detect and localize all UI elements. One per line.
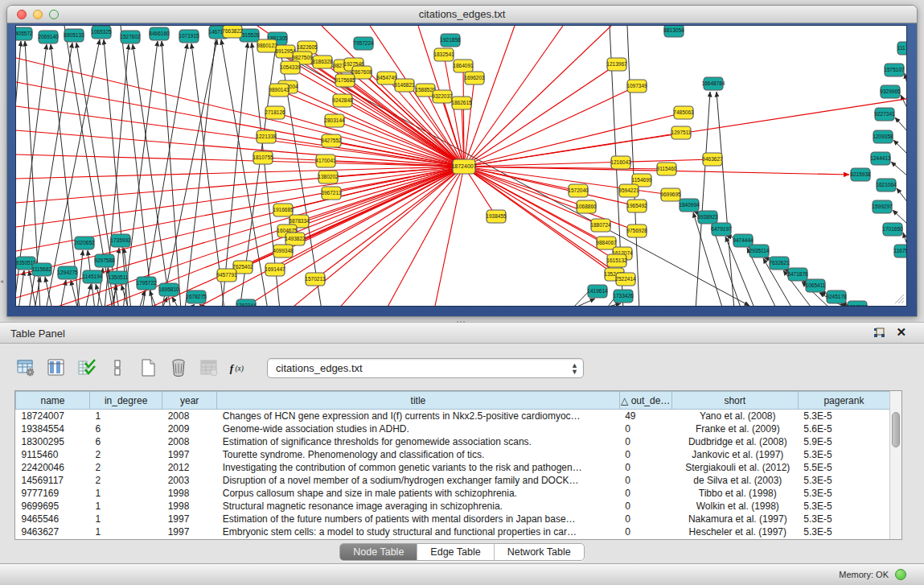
collapse-handle-icon[interactable]: ◂ bbox=[0, 278, 6, 286]
graph-node-label: 1350511 bbox=[109, 274, 129, 280]
table-scrollbar[interactable] bbox=[889, 391, 901, 539]
citation-edge-red[interactable] bbox=[275, 113, 464, 167]
graph-node-label: 18724007 bbox=[451, 163, 476, 169]
table-row[interactable]: 969969511998Structural magnetic resonanc… bbox=[16, 500, 890, 513]
window-titlebar[interactable]: citations_edges.txt bbox=[7, 6, 917, 23]
table-cell: 2 bbox=[90, 474, 162, 487]
table-cell: 18724007 bbox=[16, 410, 90, 422]
float-panel-icon[interactable] bbox=[873, 328, 885, 339]
citation-edge-red[interactable] bbox=[464, 64, 617, 167]
citation-edge[interactable] bbox=[891, 162, 907, 176]
graph-node-label: 1167534 bbox=[894, 248, 907, 253]
graph-node-label: 9474444 bbox=[733, 237, 754, 243]
graph-node-label: 9890143 bbox=[269, 87, 290, 93]
table-row[interactable]: 977716911998Corpus callosum shape and si… bbox=[16, 487, 890, 500]
canvas-resize-grip[interactable] bbox=[893, 293, 905, 304]
citation-edge-red[interactable] bbox=[464, 86, 637, 167]
citation-edge[interactable] bbox=[18, 270, 24, 307]
table-row[interactable]: 946362711997Embryonic stem cells: a mode… bbox=[16, 525, 890, 538]
table-cell: Estimation of significance thresholds fo… bbox=[217, 435, 619, 448]
citation-edge[interactable] bbox=[717, 92, 734, 307]
column-header-year[interactable]: year bbox=[162, 392, 217, 410]
table-row[interactable]: 2242004622012Investigating the contribut… bbox=[16, 461, 890, 474]
column-header-name[interactable]: name bbox=[16, 392, 90, 410]
graph-node-label: 2803144 bbox=[324, 117, 345, 123]
graph-node-label: 9699695 bbox=[660, 192, 681, 197]
citation-edge[interactable] bbox=[901, 95, 907, 109]
table-cell: Genome-wide association studies in ADHD. bbox=[217, 422, 619, 435]
citation-edge-red[interactable] bbox=[16, 167, 464, 179]
column-header-short[interactable]: short bbox=[671, 392, 798, 410]
citation-network-graph[interactable]: 2405572206914089051331065325152760284661… bbox=[16, 26, 907, 307]
tab-edge-table[interactable]: Edge Table bbox=[417, 544, 494, 560]
citation-edge[interactable] bbox=[893, 210, 907, 225]
table-row[interactable]: 946554611997Estimation of the future num… bbox=[16, 513, 890, 525]
citation-edge[interactable] bbox=[172, 297, 179, 307]
scrollbar-thumb[interactable] bbox=[892, 412, 900, 447]
citation-edge[interactable] bbox=[189, 304, 195, 307]
graph-node-label: 1696203 bbox=[464, 75, 485, 80]
close-panel-icon[interactable]: ✕ bbox=[896, 325, 906, 340]
column-header-in_degree[interactable]: in_degree bbox=[90, 392, 162, 410]
citation-edge-red[interactable] bbox=[464, 113, 684, 167]
graph-node-label: 8813054 bbox=[663, 27, 684, 33]
panel-resize-handle[interactable] bbox=[454, 319, 467, 325]
table-cell: 0 bbox=[619, 448, 671, 461]
column-header-pagerank[interactable]: pagerank bbox=[798, 392, 889, 410]
citation-edge[interactable] bbox=[123, 41, 158, 307]
graph-node-label: 9175685 bbox=[335, 77, 355, 83]
table-cell: Tourette syndrome. Phenomenology and cla… bbox=[217, 448, 619, 461]
citation-edge[interactable] bbox=[905, 73, 907, 88]
tab-node-table[interactable]: Node Table bbox=[340, 544, 417, 560]
citation-edge[interactable] bbox=[893, 140, 907, 154]
select-columns-icon[interactable] bbox=[76, 356, 98, 379]
memory-ok-indicator-icon[interactable] bbox=[895, 569, 906, 580]
table-cell: 0 bbox=[619, 474, 671, 487]
table-row[interactable]: 1830029562008Estimation of significance … bbox=[16, 435, 890, 448]
citation-edge-red[interactable] bbox=[287, 167, 464, 231]
citation-edge-red[interactable] bbox=[464, 26, 515, 167]
citation-edge-red[interactable] bbox=[464, 167, 586, 207]
graph-node-label: 8905133 bbox=[64, 32, 84, 38]
graph-node-label: 9827509 bbox=[292, 55, 313, 60]
tab-network-table[interactable]: Network Table bbox=[495, 544, 584, 560]
table-cell: Wolkin et al. (1998) bbox=[671, 500, 798, 513]
table-panel-header[interactable]: Table Panel ✕ bbox=[0, 323, 924, 344]
graph-node-label: 9756928 bbox=[626, 228, 647, 233]
table-row[interactable]: 911546021997Tourette syndrome. Phenomeno… bbox=[16, 448, 890, 461]
graph-node-label: 2522414 bbox=[615, 276, 636, 282]
graph-node-label: 1572040 bbox=[568, 187, 589, 193]
table-row[interactable]: 1872400712008Changes of HCN gene express… bbox=[16, 410, 890, 422]
function-builder-icon[interactable]: f (x) bbox=[228, 356, 251, 379]
new-table-icon[interactable] bbox=[137, 356, 159, 379]
table-cell: Embryonic stem cells: a model to study s… bbox=[217, 525, 619, 538]
citation-edge-red[interactable] bbox=[464, 26, 611, 167]
citation-edge[interactable] bbox=[570, 299, 595, 307]
column-header-out_de[interactable]: △ out_de… bbox=[619, 392, 671, 410]
table-cell: 2008 bbox=[162, 410, 217, 422]
manage-columns-icon[interactable] bbox=[45, 356, 68, 379]
graph-node-label: 1527602 bbox=[120, 34, 141, 39]
table-tabs: Node TableEdge TableNetwork Table bbox=[0, 543, 924, 561]
row-options-icon[interactable] bbox=[106, 356, 129, 379]
graph-node-label: 8454749 bbox=[376, 75, 397, 80]
graph-node-label: 2935114 bbox=[749, 248, 770, 253]
table-cell: Disruption of a novel member of a sodium… bbox=[217, 474, 619, 487]
network-canvas[interactable]: 2405572206914089051331065325152760284661… bbox=[15, 25, 907, 307]
column-header-title[interactable]: title bbox=[217, 392, 619, 410]
citation-edge[interactable] bbox=[596, 303, 621, 307]
citation-edge[interactable] bbox=[897, 188, 907, 203]
graph-node-label: 9146821 bbox=[394, 82, 415, 88]
window-title: citations_edges.txt bbox=[7, 8, 917, 20]
table-cell: 1997 bbox=[162, 448, 217, 461]
table-row[interactable]: 1938455462009Genome-wide association stu… bbox=[16, 422, 890, 435]
table-selector-dropdown[interactable]: citations_edges.txt ▲▼ bbox=[267, 358, 584, 378]
citation-edge[interactable] bbox=[895, 117, 907, 132]
citation-edge-red[interactable] bbox=[464, 26, 563, 167]
table-cell: 0 bbox=[619, 435, 671, 448]
table-row[interactable]: 1456911722003Disruption of a novel membe… bbox=[16, 474, 890, 487]
svg-text:(x): (x) bbox=[235, 365, 243, 373]
table-cell: Investigating the contribution of common… bbox=[217, 461, 619, 474]
delete-table-icon[interactable] bbox=[167, 356, 190, 379]
column-settings-icon[interactable] bbox=[14, 356, 37, 379]
